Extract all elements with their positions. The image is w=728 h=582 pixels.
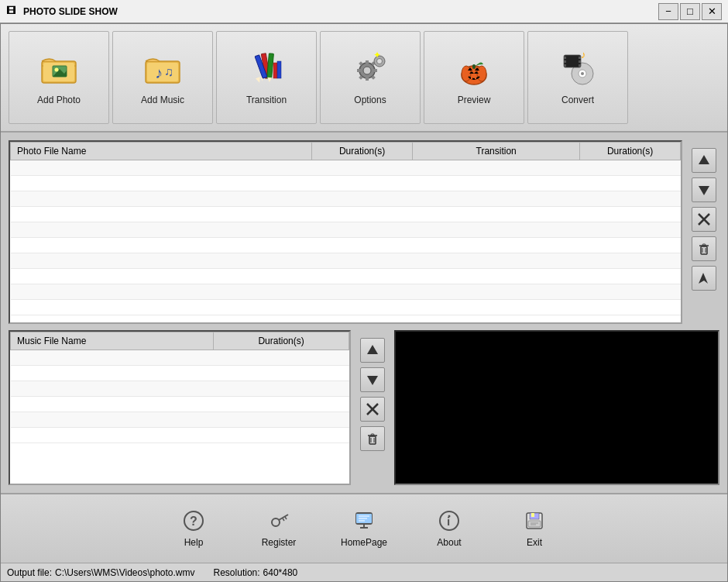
options-label: Options <box>354 95 386 105</box>
minimize-button[interactable]: − <box>658 3 678 20</box>
footer-bar: ? Help Register <box>1 493 727 563</box>
svg-rect-49 <box>579 64 581 67</box>
svg-rect-19 <box>366 60 369 64</box>
table-row <box>11 366 349 381</box>
add-photo-button[interactable]: Add Photo <box>9 31 109 124</box>
transition-header: Transition <box>413 143 580 160</box>
table-row <box>11 284 681 300</box>
svg-point-85 <box>448 515 451 517</box>
svg-marker-51 <box>699 155 709 164</box>
svg-rect-67 <box>371 434 374 436</box>
table-row <box>11 412 349 428</box>
svg-point-72 <box>272 518 280 526</box>
svg-rect-65 <box>369 436 376 444</box>
bottom-section: Music File Name Duration(s) <box>9 330 719 485</box>
svg-text:✦: ✦ <box>373 50 381 60</box>
table-row <box>11 176 681 191</box>
svg-line-75 <box>283 518 284 521</box>
photo-move-button[interactable] <box>692 266 716 291</box>
help-button[interactable]: ? Help <box>163 501 225 556</box>
exit-icon <box>524 510 545 534</box>
photo-table: Photo File Name Duration(s) Transition D… <box>10 142 681 315</box>
svg-point-18 <box>363 67 371 74</box>
svg-text:?: ? <box>190 515 197 528</box>
table-row <box>11 253 681 269</box>
svg-marker-12 <box>267 77 273 82</box>
svg-rect-48 <box>579 60 581 63</box>
photo-move-down-button[interactable] <box>692 177 716 202</box>
transition-duration-header: Duration(s) <box>580 143 681 160</box>
convert-button[interactable]: ♪ Convert <box>527 31 628 124</box>
options-button[interactable]: ✦ Options <box>320 31 421 124</box>
photo-delete-button[interactable] <box>692 207 716 232</box>
svg-text:♫: ♫ <box>164 65 173 78</box>
resolution-label: Resolution: <box>214 567 260 578</box>
homepage-button[interactable]: HomePage <box>333 501 395 556</box>
add-music-icon: ♪ ♫ <box>144 50 181 90</box>
svg-rect-22 <box>373 69 377 72</box>
convert-icon: ♪ <box>559 50 596 90</box>
svg-rect-45 <box>564 60 566 63</box>
svg-rect-89 <box>528 521 541 527</box>
photo-table-container: Photo File Name Duration(s) Transition D… <box>9 140 682 324</box>
exit-label: Exit <box>527 537 542 548</box>
transition-button[interactable]: Transition <box>216 31 317 124</box>
add-music-label: Add Music <box>141 95 184 105</box>
music-table-container: Music File Name Duration(s) <box>9 330 351 485</box>
table-row <box>11 222 681 238</box>
table-row <box>11 238 681 253</box>
svg-text:♪: ♪ <box>155 64 163 81</box>
add-photo-icon <box>40 50 77 90</box>
music-section: Music File Name Duration(s) <box>9 330 388 485</box>
svg-marker-62 <box>367 376 378 385</box>
preview-area <box>394 330 719 485</box>
music-delete-button[interactable] <box>360 397 385 422</box>
title-bar: 🎞 PHOTO SLIDE SHOW − □ ✕ <box>0 0 728 23</box>
svg-rect-20 <box>366 77 369 81</box>
app-title: PHOTO SLIDE SHOW <box>23 6 118 17</box>
music-move-up-button[interactable] <box>360 338 385 363</box>
toolbar: Add Photo ♪ ♫ Add Music <box>1 24 727 133</box>
register-label: Register <box>262 537 297 548</box>
table-row <box>11 397 349 412</box>
svg-marker-52 <box>699 186 709 195</box>
photo-side-buttons <box>689 140 719 324</box>
music-table: Music File Name Duration(s) <box>10 332 349 443</box>
exit-button[interactable]: Exit <box>503 501 565 556</box>
about-button[interactable]: i About <box>418 501 480 556</box>
svg-text:♪: ♪ <box>581 50 586 60</box>
photo-trash-button[interactable] <box>692 236 716 261</box>
status-bar: Output file: C:\Users\WMS\Videos\photo.w… <box>1 563 727 581</box>
music-side-buttons <box>357 330 388 485</box>
music-trash-button[interactable] <box>360 426 385 451</box>
close-button[interactable]: ✕ <box>702 3 722 20</box>
music-move-down-button[interactable] <box>360 367 385 392</box>
maximize-button[interactable]: □ <box>680 3 700 20</box>
add-music-button[interactable]: ♪ ♫ Add Music <box>112 31 213 124</box>
svg-rect-46 <box>564 64 566 67</box>
svg-line-74 <box>285 517 287 519</box>
main-window: Add Photo ♪ ♫ Add Music <box>0 23 728 582</box>
photo-file-name-header: Photo File Name <box>11 143 312 160</box>
table-row <box>11 381 349 397</box>
svg-rect-55 <box>701 246 707 254</box>
svg-rect-16 <box>277 61 281 78</box>
register-icon <box>268 510 290 534</box>
transition-icon <box>248 50 285 90</box>
help-label: Help <box>184 537 204 548</box>
table-row <box>11 160 681 176</box>
svg-rect-35 <box>471 77 472 79</box>
table-row <box>11 300 681 315</box>
about-label: About <box>437 537 461 548</box>
table-row <box>11 350 349 366</box>
title-bar-left: 🎞 PHOTO SLIDE SHOW <box>6 5 118 18</box>
table-row <box>11 428 349 443</box>
svg-rect-43 <box>564 55 581 67</box>
preview-button[interactable]: Preview <box>424 31 524 124</box>
svg-rect-88 <box>531 513 534 517</box>
photo-section: Photo File Name Duration(s) Transition D… <box>9 140 719 324</box>
photo-move-up-button[interactable] <box>692 148 716 173</box>
content-area: Photo File Name Duration(s) Transition D… <box>1 133 727 493</box>
table-row <box>11 269 681 284</box>
register-button[interactable]: Register <box>248 501 310 556</box>
